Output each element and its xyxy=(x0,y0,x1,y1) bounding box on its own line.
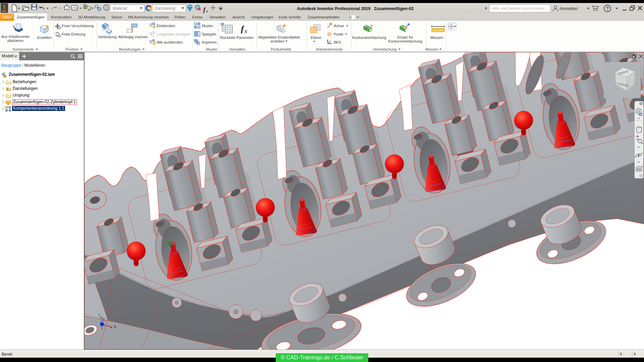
svg-text:Y: Y xyxy=(98,314,101,317)
svg-text:Material: Material xyxy=(113,6,127,11)
svg-text:x: x xyxy=(244,28,247,35)
svg-text:Z: Z xyxy=(103,318,105,321)
svg-text:?: ? xyxy=(606,6,609,11)
svg-text:X: X xyxy=(114,325,116,329)
svg-text:f: f xyxy=(241,24,245,34)
svg-text:x: x xyxy=(206,8,208,13)
svg-text:Darstellung: Darstellung xyxy=(155,6,175,11)
svg-text:f: f xyxy=(203,6,206,13)
